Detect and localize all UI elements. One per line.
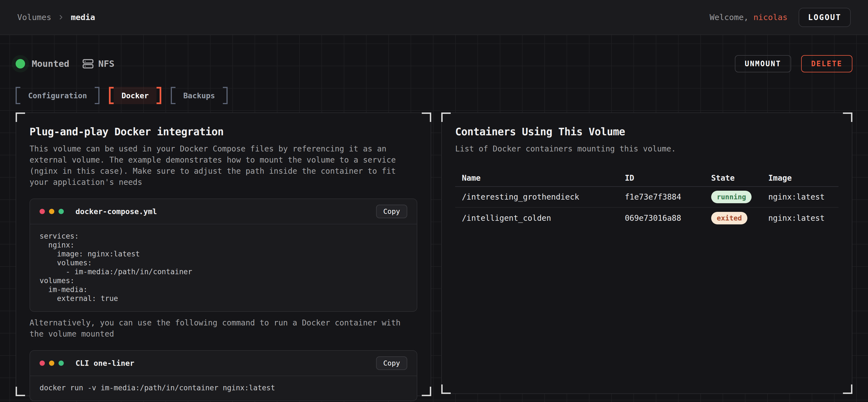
status-badge: exited bbox=[711, 212, 747, 224]
traffic-amber-icon bbox=[49, 209, 54, 214]
docker-tab-panels: Plug-and-play Docker integration This vo… bbox=[16, 112, 852, 396]
breadcrumb-volumes-link[interactable]: Volumes bbox=[17, 12, 51, 22]
cli-code: docker run -v im-media:/path/in/containe… bbox=[30, 376, 417, 401]
container-name: /intelligent_colden bbox=[455, 213, 618, 223]
container-state: running bbox=[705, 191, 762, 203]
copy-compose-button[interactable]: Copy bbox=[376, 205, 407, 218]
volume-status-row: Mounted NFS UNMOUNT DELETE bbox=[16, 55, 852, 72]
compose-code: services: nginx: image: nginx:latest vol… bbox=[30, 224, 417, 311]
tab-bracket-left bbox=[16, 87, 20, 104]
panel-corner-icon bbox=[422, 112, 431, 122]
traffic-lights-icon bbox=[39, 361, 64, 366]
volume-actions: UNMOUNT DELETE bbox=[735, 55, 853, 72]
username: nicolas bbox=[753, 12, 787, 22]
tab-bracket-right bbox=[157, 87, 161, 104]
tab-bracket-right bbox=[223, 87, 227, 104]
copy-cli-button[interactable]: Copy bbox=[376, 356, 407, 370]
cli-code-card: CLI one-liner Copy docker run -v im-medi… bbox=[30, 350, 417, 401]
cli-code-header: CLI one-liner Copy bbox=[30, 351, 417, 376]
welcome-prefix: Welcome, bbox=[710, 12, 748, 22]
compose-filename: docker-compose.yml bbox=[75, 207, 157, 216]
docker-integration-panel: Plug-and-play Docker integration This vo… bbox=[16, 112, 431, 396]
traffic-lights-icon bbox=[39, 209, 64, 214]
cli-title: CLI one-liner bbox=[75, 359, 134, 367]
topbar: Volumes media Welcome, nicolas LOGOUT bbox=[0, 0, 868, 35]
containers-table: Name ID State Image /interesting_grothen… bbox=[455, 170, 838, 229]
chevron-right-icon bbox=[57, 14, 65, 21]
containers-panel-title: Containers Using This Volume bbox=[455, 126, 838, 138]
traffic-green-icon bbox=[59, 361, 64, 366]
volume-tabs: Configuration Docker Backups bbox=[16, 87, 852, 104]
containers-panel: Containers Using This Volume List of Doc… bbox=[441, 112, 852, 394]
panel-corner-icon bbox=[16, 387, 25, 396]
container-image: nginx:latest bbox=[762, 192, 838, 202]
column-header-state: State bbox=[705, 173, 762, 182]
content-area: Mounted NFS UNMOUNT DELETE bbox=[0, 35, 868, 402]
panel-corner-icon bbox=[16, 112, 25, 122]
status-badge: running bbox=[711, 191, 751, 203]
filesystem-type: NFS bbox=[82, 58, 115, 70]
cli-intro-text: Alternatively, you can use the following… bbox=[30, 317, 417, 340]
breadcrumb-current-volume: media bbox=[71, 12, 95, 22]
tab-backups[interactable]: Backups bbox=[171, 87, 227, 104]
tab-bracket-right bbox=[95, 87, 99, 104]
mount-status: Mounted NFS bbox=[16, 58, 115, 70]
traffic-red-icon bbox=[39, 209, 45, 214]
mounted-status-label: Mounted bbox=[32, 59, 69, 69]
containers-table-header: Name ID State Image bbox=[455, 170, 838, 187]
tab-configuration-label: Configuration bbox=[20, 87, 95, 104]
column-header-name: Name bbox=[455, 173, 618, 182]
docker-panel-description: This volume can be used in your Docker C… bbox=[30, 143, 417, 188]
tab-bracket-left bbox=[171, 87, 176, 104]
container-name: /interesting_grothendieck bbox=[455, 192, 618, 202]
volume-detail-page: Volumes media Welcome, nicolas LOGOUT Mo… bbox=[0, 0, 868, 402]
breadcrumb: Volumes media bbox=[17, 12, 95, 22]
tab-bracket-left bbox=[109, 87, 114, 104]
compose-code-card: docker-compose.yml Copy services: nginx:… bbox=[30, 199, 417, 312]
panel-corner-icon bbox=[843, 384, 852, 394]
panel-corner-icon bbox=[422, 387, 431, 396]
container-image: nginx:latest bbox=[762, 213, 838, 223]
panel-corner-icon bbox=[843, 112, 852, 122]
traffic-amber-icon bbox=[49, 361, 54, 366]
tab-backups-label: Backups bbox=[176, 87, 223, 104]
unmount-button[interactable]: UNMOUNT bbox=[735, 55, 792, 72]
mounted-status-dot-icon bbox=[16, 59, 25, 68]
container-state: exited bbox=[705, 212, 762, 224]
compose-code-header: docker-compose.yml Copy bbox=[30, 199, 417, 224]
container-id: 069e73016a88 bbox=[618, 213, 705, 223]
tab-configuration[interactable]: Configuration bbox=[16, 87, 99, 104]
container-row: /intelligent_colden 069e73016a88 exited … bbox=[455, 208, 838, 229]
container-row: /interesting_grothendieck f1e73e7f3884 r… bbox=[455, 187, 838, 208]
delete-button[interactable]: DELETE bbox=[801, 55, 852, 72]
column-header-image: Image bbox=[762, 173, 838, 182]
traffic-green-icon bbox=[59, 209, 64, 214]
containers-panel-subtitle: List of Docker containers mounting this … bbox=[455, 143, 838, 155]
panel-corner-icon bbox=[441, 384, 451, 394]
docker-panel-title: Plug-and-play Docker integration bbox=[30, 126, 417, 138]
filesystem-type-label: NFS bbox=[98, 59, 115, 69]
panel-corner-icon bbox=[441, 112, 451, 122]
tab-docker-label: Docker bbox=[114, 87, 157, 104]
column-header-id: ID bbox=[618, 173, 705, 182]
welcome-text: Welcome, nicolas bbox=[710, 12, 787, 22]
topbar-right: Welcome, nicolas LOGOUT bbox=[710, 8, 851, 27]
logout-button[interactable]: LOGOUT bbox=[799, 8, 851, 27]
container-id: f1e73e7f3884 bbox=[618, 192, 705, 202]
tab-docker[interactable]: Docker bbox=[109, 87, 161, 104]
traffic-red-icon bbox=[39, 361, 45, 366]
server-icon bbox=[82, 58, 94, 70]
